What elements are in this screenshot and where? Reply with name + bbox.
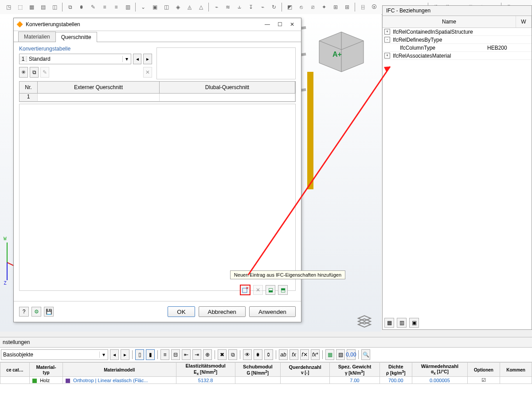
toolbar-btn-17[interactable]: ⌁ (211, 2, 221, 12)
toolbar-btn-14[interactable]: ◈ (173, 2, 183, 12)
tb-copy[interactable]: ⧉ (228, 349, 237, 360)
tb-del[interactable]: ✖ (218, 349, 227, 360)
close-button[interactable]: ✕ (286, 20, 298, 29)
column-header[interactable]: Spez. Gewichtγ [kN/m3] (330, 363, 380, 377)
table-row[interactable]: 1 (20, 94, 295, 102)
column-header[interactable]: Materialmodell (63, 363, 176, 377)
select-b-icon[interactable]: ▮ (146, 349, 155, 360)
expander-icon[interactable]: + (384, 53, 390, 59)
script-icon[interactable]: ⚙ (31, 307, 41, 317)
toolbar-btn-18[interactable]: ≋ (223, 2, 233, 12)
toolbar-btn-6[interactable]: ⧯ (77, 2, 86, 12)
toolbar-btn-4[interactable]: ◫ (50, 2, 59, 12)
tb-fx4[interactable]: fx* (311, 349, 320, 360)
toolbar-btn-2[interactable]: ▦ (27, 2, 36, 12)
toolbar-btn-11[interactable]: ⌄ (138, 2, 148, 12)
toolbar-btn-27[interactable]: ⊞ (331, 2, 340, 12)
tb-fx1[interactable]: ab (279, 349, 288, 360)
add-from-ifc-button[interactable]: ✕ (240, 285, 250, 295)
panel-action-3[interactable]: ▣ (409, 318, 419, 328)
cancel-button[interactable]: Abbrechen (199, 306, 246, 317)
edit-icon[interactable]: ✎ (40, 67, 49, 78)
minimize-button[interactable]: — (261, 20, 274, 29)
tree-row[interactable]: -IfcRelDefinesByType (383, 36, 532, 44)
tb-eye[interactable]: 👁 (243, 349, 252, 360)
delete-icon[interactable]: ✕ (143, 67, 152, 78)
tb-win2[interactable]: ⧮ (264, 349, 273, 360)
column-header[interactable]: Wärmedehnzahlαx [1/°C] (412, 363, 467, 377)
toolbar-btn-7[interactable]: ✎ (88, 2, 98, 12)
column-header[interactable]: Dichteρ [kg/m3] (379, 363, 412, 377)
tb-5[interactable]: ⊕ (203, 349, 212, 360)
toolbar-btn-15[interactable]: ◬ (184, 2, 194, 12)
toolbar-btn-16[interactable]: △ (196, 2, 206, 12)
maximize-button[interactable]: ☐ (274, 20, 286, 29)
tb-csv[interactable]: ▧ (336, 349, 345, 360)
tree-row[interactable]: +IfcRelContainedInSpatialStructure (383, 28, 532, 36)
toolbar-btn-0[interactable]: ◳ (4, 2, 13, 12)
column-header[interactable]: ce cat… (0, 363, 30, 377)
column-header[interactable]: Querdehnzahlν [-] (281, 363, 330, 377)
toolbar-btn-9[interactable]: ≡ (111, 2, 121, 12)
toolbar-btn-25[interactable]: ⎚ (308, 2, 317, 12)
panel-action-2[interactable]: ▥ (397, 318, 407, 328)
expander-icon[interactable]: - (384, 37, 390, 43)
tb-xls[interactable]: ▦ (325, 349, 334, 360)
object-type-select[interactable]: Basisobjekte▾ (1, 349, 108, 360)
toolbar-btn-20[interactable]: ↧ (246, 2, 256, 12)
nav-next[interactable]: ▸ (121, 349, 129, 360)
toolbar-btn-24[interactable]: ⎋ (296, 2, 306, 12)
save-defaults-icon[interactable]: 💾 (44, 307, 54, 317)
toolbar-btn-23[interactable]: ◩ (285, 2, 294, 12)
tb-fx2[interactable]: fx (289, 349, 298, 360)
tb-2[interactable]: ⊟ (171, 349, 180, 360)
select-a-icon[interactable]: ▯ (135, 349, 144, 360)
tree-row[interactable]: IfcColumnTypeHEB200 (383, 44, 532, 52)
prev-button[interactable]: ◂ (133, 54, 142, 64)
help-icon[interactable]: ? (19, 307, 29, 317)
column-header[interactable]: Kommen (500, 363, 532, 377)
toolbar-btn-22[interactable]: ↻ (269, 2, 279, 12)
nav-prev[interactable]: ◂ (110, 349, 119, 360)
remove-row-icon[interactable]: ✕ (253, 285, 263, 295)
toolbar-btn-5[interactable]: ⧉ (65, 2, 75, 12)
tb-precision[interactable]: 0,00 (347, 349, 356, 360)
toolbar-btn-21[interactable]: ⌁ (258, 2, 267, 12)
export-icon[interactable]: ⬒ (278, 285, 288, 295)
tb-4[interactable]: ⇥ (192, 349, 201, 360)
copy-icon[interactable]: ⧉ (30, 67, 39, 78)
toolbar-btn-30[interactable]: ⦿ (369, 2, 379, 12)
toolbar-btn-28[interactable]: ⊞ (342, 2, 352, 12)
tab-materials[interactable]: Materialien (18, 31, 56, 42)
tree-row[interactable]: +IfcRelAssociatesMaterial (383, 52, 532, 60)
toolbar-btn-12[interactable]: ▣ (150, 2, 160, 12)
column-header[interactable]: Material-typ (30, 363, 63, 377)
next-button[interactable]: ▸ (143, 54, 152, 64)
toolbar-btn-13[interactable]: ◫ (161, 2, 171, 12)
panel-action-1[interactable]: ▦ (384, 318, 394, 328)
toolbar-btn-1[interactable]: ⬚ (15, 2, 25, 12)
ok-button[interactable]: OK (168, 306, 195, 317)
tb-3[interactable]: ⇤ (182, 349, 191, 360)
table-row[interactable]: Holz Orthotrop | Linear elastisch (Fläc.… (0, 377, 532, 384)
column-header[interactable]: Optionen (467, 363, 500, 377)
column-header[interactable]: ElastizitätsmodulEx [N/mm2] (176, 363, 235, 377)
tb-1[interactable]: ≡ (160, 349, 169, 360)
column-header[interactable]: SchubmodulG [N/mm2] (235, 363, 280, 377)
toolbar-btn-10[interactable]: ▥ (123, 2, 133, 12)
apply-button[interactable]: Anwenden (249, 306, 296, 317)
tb-win[interactable]: ⧯ (254, 349, 262, 360)
tab-sections[interactable]: Querschnitte (55, 32, 97, 42)
table-select[interactable]: 1 Standard ▾ (19, 54, 131, 64)
toolbar-btn-3[interactable]: ▤ (38, 2, 48, 12)
toolbar-btn-19[interactable]: ⥿ (235, 2, 244, 12)
tb-fx3[interactable]: f✕ (300, 349, 309, 360)
expander-icon[interactable]: + (384, 29, 390, 35)
column-name[interactable]: Name (383, 16, 516, 27)
toolbar-btn-26[interactable]: ✦ (319, 2, 329, 12)
toolbar-btn-8[interactable]: ≡ (100, 2, 110, 12)
new-icon[interactable]: ✳ (19, 67, 28, 78)
column-value[interactable]: W (516, 16, 532, 27)
tb-search[interactable]: 🔍 (361, 349, 370, 360)
import-icon[interactable]: ⬓ (266, 285, 275, 295)
